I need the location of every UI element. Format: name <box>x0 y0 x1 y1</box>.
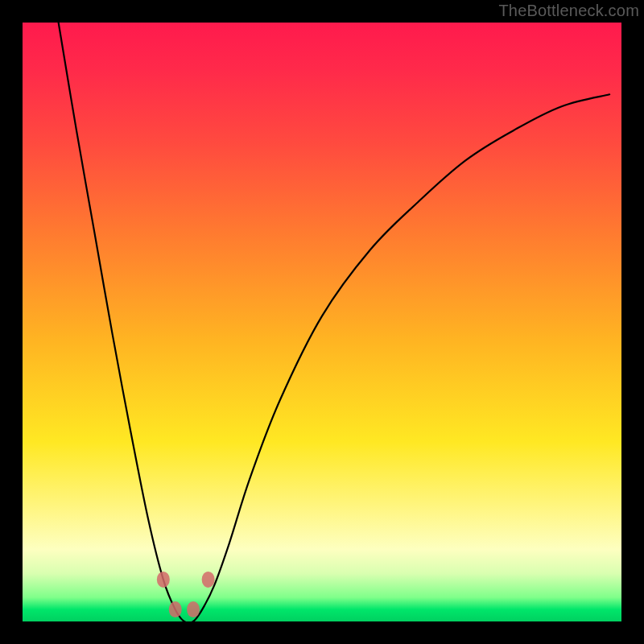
watermark-text: TheBottleneck.com <box>498 2 639 20</box>
curve-markers-group <box>157 572 215 617</box>
curve-marker <box>187 601 200 617</box>
bottleneck-curve-path <box>59 23 609 621</box>
curve-marker <box>157 572 170 588</box>
curve-marker <box>169 601 182 617</box>
bottleneck-curve-svg <box>23 23 621 621</box>
curve-marker <box>202 572 215 588</box>
chart-area <box>23 23 621 621</box>
